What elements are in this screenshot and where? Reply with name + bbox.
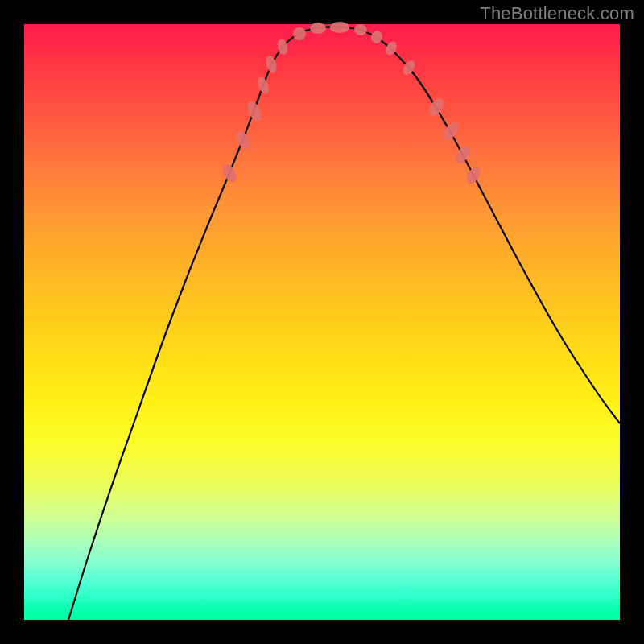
data-marker: [453, 143, 473, 166]
bottleneck-curve: [68, 27, 620, 620]
data-marker: [256, 76, 271, 96]
data-marker: [293, 27, 306, 40]
data-marker: [464, 165, 482, 186]
data-marker: [310, 23, 326, 34]
data-marker: [233, 129, 253, 151]
data-marker: [369, 29, 384, 45]
curve-layer: [24, 24, 620, 620]
data-marker: [220, 162, 239, 184]
data-marker: [426, 96, 446, 118]
chart-frame: TheBottleneck.com: [0, 0, 644, 644]
data-marker: [330, 22, 349, 33]
data-marker: [353, 23, 368, 36]
plot-area: [24, 24, 620, 620]
watermark-label: TheBottleneck.com: [480, 3, 634, 24]
data-marker: [440, 120, 460, 142]
data-marker: [245, 99, 263, 122]
